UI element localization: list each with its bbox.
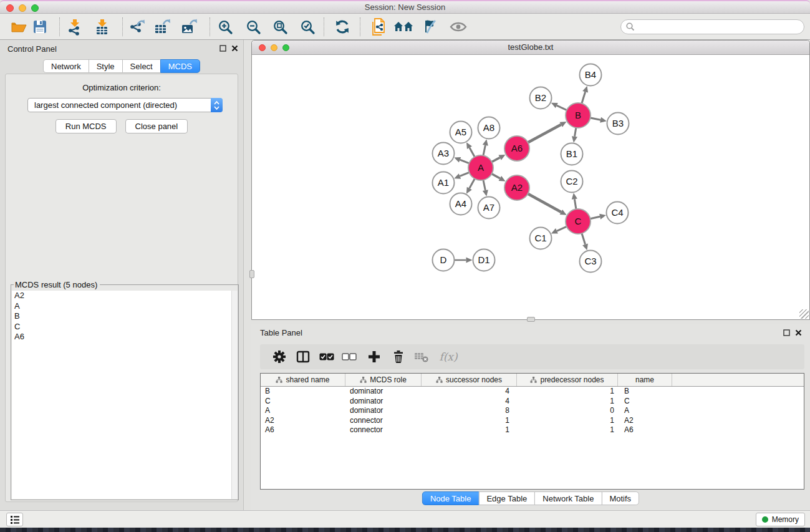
float-panel-icon[interactable] <box>219 45 226 52</box>
new-network-from-selection-button[interactable] <box>367 16 390 37</box>
table-row[interactable]: Bdominator41B <box>261 387 804 397</box>
network-minimize-button[interactable] <box>271 44 277 51</box>
table-cell[interactable]: connector <box>345 416 422 426</box>
zoom-out-button[interactable] <box>242 16 264 37</box>
left-edge-handle[interactable] <box>249 270 254 278</box>
table-cell[interactable]: connector <box>345 425 422 435</box>
search-input[interactable] <box>635 21 804 32</box>
network-canvas[interactable]: B4B2BB3A5A8A6B1A3AC2A1A2A4A7C4CC1DD1C3 <box>252 55 809 319</box>
table-cell[interactable]: 1 <box>517 425 618 435</box>
delete-columns-button[interactable] <box>388 344 409 369</box>
save-session-button[interactable] <box>29 16 51 37</box>
table-row[interactable]: Cdominator41C <box>261 397 804 407</box>
table-row[interactable]: A2connector11A2 <box>261 416 804 426</box>
edge-arrowhead-icon <box>454 157 461 163</box>
tab-edge-table[interactable]: Edge Table <box>478 491 535 505</box>
table-cell[interactable]: dominator <box>345 406 422 416</box>
mcds-result-list[interactable]: A2ABCA6 <box>12 291 231 499</box>
minimize-window-button[interactable] <box>19 4 26 12</box>
show-graphics-details-button[interactable] <box>447 16 470 37</box>
tab-node-table[interactable]: Node Table <box>422 491 480 505</box>
result-item[interactable]: A2 <box>12 291 231 301</box>
table-cell[interactable]: 1 <box>422 416 517 426</box>
delete-table-button[interactable] <box>411 344 432 369</box>
float-table-panel-icon[interactable] <box>783 329 790 336</box>
add-column-button[interactable] <box>364 344 385 369</box>
result-item[interactable]: B <box>12 311 231 322</box>
export-table-button[interactable] <box>151 16 173 37</box>
zoom-fit-button[interactable] <box>269 16 291 37</box>
export-image-button[interactable] <box>178 16 200 37</box>
tab-network-table[interactable]: Network Table <box>534 491 602 505</box>
table-cell[interactable]: 4 <box>422 397 517 407</box>
dropdown-stepper-icon <box>211 98 223 112</box>
table-cell[interactable]: dominator <box>345 397 422 407</box>
open-session-button[interactable] <box>7 16 30 37</box>
tab-select[interactable]: Select <box>122 59 161 73</box>
column-header-shared-name[interactable]: shared name <box>261 374 345 386</box>
resize-grip-icon[interactable] <box>799 309 809 319</box>
network-zoom-button[interactable] <box>282 44 289 51</box>
zoom-selected-icon <box>300 19 316 35</box>
result-item[interactable]: A6 <box>12 332 231 342</box>
run-mcds-button[interactable]: Run MCDS <box>55 119 117 133</box>
close-table-panel-icon[interactable] <box>795 329 802 336</box>
table-cell[interactable]: C <box>261 397 345 407</box>
table-cell[interactable]: 1 <box>517 387 618 397</box>
network-close-button[interactable] <box>259 44 266 51</box>
result-scrollbar[interactable] <box>231 291 238 499</box>
column-header-name[interactable]: name <box>618 374 672 386</box>
table-cell[interactable]: 1 <box>422 425 517 435</box>
zoom-window-button[interactable] <box>31 4 39 12</box>
table-cell[interactable]: B <box>261 387 345 397</box>
zoom-selected-button[interactable] <box>296 16 319 37</box>
table-cell[interactable]: A6 <box>261 425 345 435</box>
table-cell[interactable]: A2 <box>618 416 672 426</box>
table-cell[interactable]: dominator <box>345 387 422 397</box>
deselect-all-rows-button[interactable] <box>339 344 360 369</box>
close-window-button[interactable] <box>6 4 14 12</box>
memory-button[interactable]: Memory <box>756 513 805 526</box>
column-header-successor-nodes[interactable]: successor nodes <box>422 374 517 386</box>
result-item[interactable]: C <box>12 322 231 332</box>
apply-layout-button[interactable] <box>331 16 354 37</box>
select-all-rows-button[interactable] <box>316 344 337 369</box>
table-cell[interactable]: A6 <box>618 425 672 435</box>
table-row[interactable]: A6connector11A6 <box>261 425 804 435</box>
home-button[interactable] <box>392 16 415 37</box>
criterion-dropdown[interactable]: largest connected component (directed) <box>27 98 223 112</box>
function-builder-button[interactable]: f(x) <box>435 344 462 369</box>
export-network-button[interactable] <box>125 16 148 37</box>
table-cell[interactable]: 0 <box>517 406 618 416</box>
close-panel-button[interactable]: Close panel <box>125 119 188 133</box>
table-cell[interactable]: A2 <box>261 416 345 426</box>
table-cell[interactable]: 8 <box>422 406 517 416</box>
table-cell[interactable]: A <box>261 406 345 416</box>
column-header-mcds-role[interactable]: MCDS role <box>345 374 422 386</box>
import-table-button[interactable] <box>91 16 113 37</box>
network-window-titlebar[interactable]: testGlobe.txt <box>252 41 809 55</box>
show-columns-button[interactable] <box>292 344 314 369</box>
hide-graphics-details-button[interactable] <box>419 16 441 37</box>
tab-network[interactable]: Network <box>43 59 89 73</box>
table-settings-button[interactable] <box>269 344 290 369</box>
table-cell[interactable]: 1 <box>517 397 618 407</box>
tab-mcds[interactable]: MCDS <box>160 59 200 73</box>
table-cell[interactable]: 4 <box>422 387 517 397</box>
result-item[interactable]: A <box>12 301 231 312</box>
column-header-predecessor-nodes[interactable]: predecessor nodes <box>517 374 618 386</box>
tab-motifs[interactable]: Motifs <box>601 491 639 505</box>
close-panel-icon[interactable] <box>231 45 238 52</box>
table-cell[interactable]: C <box>618 397 672 407</box>
table-cell[interactable]: 1 <box>517 416 618 426</box>
zoom-in-button[interactable] <box>214 16 236 37</box>
search-box[interactable] <box>620 19 804 34</box>
export-image-icon <box>181 19 198 35</box>
table-row[interactable]: Adominator80A <box>261 406 804 416</box>
table-cell[interactable]: B <box>618 387 672 397</box>
tab-style[interactable]: Style <box>89 59 123 73</box>
bottom-edge-handle[interactable] <box>527 317 535 322</box>
import-network-button[interactable] <box>64 16 86 37</box>
task-history-button[interactable] <box>6 513 23 526</box>
table-cell[interactable]: A <box>618 406 672 416</box>
